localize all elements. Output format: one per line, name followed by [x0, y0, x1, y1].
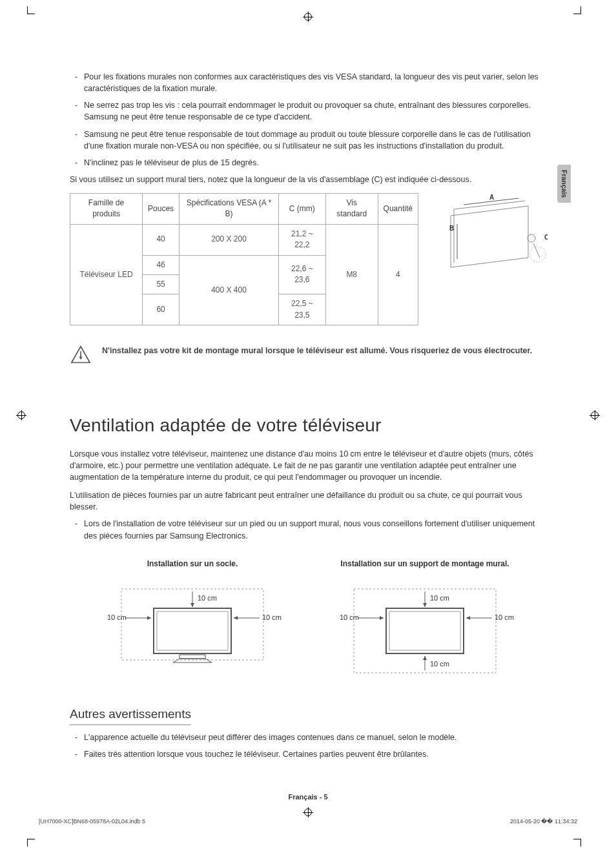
svg-marker-20	[147, 616, 151, 620]
svg-text:10 cm: 10 cm	[107, 613, 127, 621]
svg-marker-17	[190, 603, 194, 607]
svg-text:10 cm: 10 cm	[430, 594, 449, 602]
svg-rect-27	[389, 611, 460, 650]
list-item: N'inclinez pas le téléviseur de plus de …	[70, 157, 548, 169]
svg-marker-29	[423, 603, 427, 607]
svg-text:10 cm: 10 cm	[340, 613, 359, 621]
cell-screw: M8	[325, 224, 378, 325]
autres-list: L'apparence actuelle du téléviseur peut …	[70, 732, 548, 760]
svg-text:10 cm: 10 cm	[495, 613, 514, 621]
th-family: Famille de produits	[70, 194, 143, 225]
svg-point-6	[528, 234, 535, 242]
ventilation-bullets: Lors de l'installation de votre télévise…	[70, 518, 548, 541]
svg-text:10 cm: 10 cm	[430, 660, 449, 668]
spec-table: Famille de produits Pouces Spécification…	[70, 193, 418, 325]
cell-qty: 4	[378, 224, 418, 325]
registration-mark-icon	[16, 410, 26, 424]
cell-family: Téléviseur LED	[70, 224, 143, 325]
svg-rect-15	[180, 655, 205, 659]
th-c: C (mm)	[278, 194, 325, 225]
diagram-title: Installation sur un socle.	[96, 559, 289, 570]
footer-timestamp: 2014-05-20 �� 11:34:32	[510, 817, 577, 826]
section-title-autres: Autres avertissements	[70, 705, 191, 725]
page-number: Français - 5	[0, 792, 616, 803]
warning-text: N'installez pas votre kit de montage mur…	[102, 345, 548, 356]
cell-inches: 46	[143, 255, 180, 274]
crop-mark	[27, 6, 35, 14]
svg-rect-13	[154, 608, 231, 653]
cell-c: 22,5 ~ 23,5	[278, 294, 325, 325]
svg-marker-23	[234, 616, 238, 620]
th-qty: Quantité	[378, 194, 418, 225]
svg-text:B: B	[449, 225, 454, 232]
list-item: Lors de l'installation de votre télévise…	[70, 518, 548, 541]
cell-c: 22,6 ~ 23,6	[278, 255, 325, 294]
svg-marker-11	[79, 356, 83, 360]
diagram-wall: Installation sur un support de montage m…	[328, 559, 522, 679]
language-tab: Français	[557, 165, 571, 203]
registration-mark-icon	[590, 410, 600, 424]
diagram-stand: Installation sur un socle. 10 cm 10 cm 1…	[96, 559, 289, 679]
note-text: Si vous utilisez un support mural tiers,…	[70, 174, 548, 185]
svg-text:A: A	[489, 194, 494, 201]
svg-line-8	[533, 243, 540, 258]
svg-point-7	[530, 247, 546, 262]
registration-mark-icon	[303, 807, 313, 821]
vesa-diagram: A B C	[431, 193, 548, 280]
section-title-ventilation: Ventilation adaptée de votre téléviseur	[70, 413, 548, 439]
list-item: Ne serrez pas trop les vis : cela pourra…	[70, 99, 548, 123]
cell-vesa: 400 X 400	[180, 255, 279, 325]
th-screw: Vis standard	[325, 194, 378, 225]
svg-text:C: C	[544, 234, 548, 241]
list-item: L'apparence actuelle du téléviseur peut …	[70, 732, 548, 743]
paragraph: Lorsque vous installez votre téléviseur,…	[70, 448, 548, 483]
svg-marker-38	[423, 656, 427, 660]
footer-file: [UH7000-XC]BN68-05978A-02L04.indb 5	[39, 817, 145, 826]
warning-icon	[70, 345, 92, 367]
top-bullet-list: Pour les fixations murales non conformes…	[70, 71, 548, 169]
cell-inches: 60	[143, 294, 180, 325]
svg-text:10 cm: 10 cm	[198, 594, 217, 602]
th-inches: Pouces	[143, 194, 180, 225]
list-item: Samsung ne peut être tenue responsable d…	[70, 128, 548, 152]
cell-vesa: 200 X 200	[180, 224, 279, 255]
crop-mark	[573, 839, 581, 847]
svg-text:10 cm: 10 cm	[262, 613, 282, 621]
svg-marker-35	[466, 616, 470, 620]
page-content: Pour les fixations murales non conformes…	[70, 71, 548, 765]
svg-rect-14	[157, 611, 228, 650]
diagram-title: Installation sur un support de montage m…	[328, 559, 522, 570]
svg-marker-32	[380, 616, 384, 620]
registration-mark-icon	[303, 12, 313, 25]
paragraph: L'utilisation de pièces fournies par un …	[70, 489, 548, 513]
cell-inches: 40	[143, 224, 180, 255]
cell-inches: 55	[143, 274, 180, 294]
svg-rect-26	[386, 608, 464, 653]
crop-mark	[27, 839, 35, 847]
cell-c: 21,2 ~ 22,2	[278, 224, 325, 255]
list-item: Pour les fixations murales non conformes…	[70, 71, 548, 94]
crop-mark	[573, 6, 581, 14]
list-item: Faites très attention lorsque vous touch…	[70, 748, 548, 760]
th-vesa: Spécifications VESA (A * B)	[180, 194, 279, 225]
